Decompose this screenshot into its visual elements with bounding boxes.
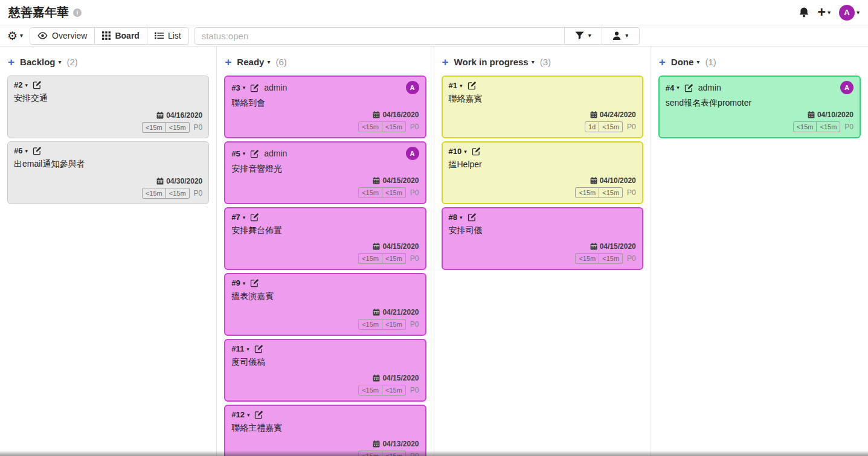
settings-menu-button[interactable]: ⚙ ▾: [6, 30, 24, 42]
create-menu-button[interactable]: + ▾: [818, 5, 831, 19]
edit-icon: [250, 278, 259, 287]
estimate-badge: <15m: [793, 121, 817, 132]
card-due-date: 04/21/2020: [231, 308, 419, 316]
card-due-date: 04/15/2020: [231, 374, 419, 382]
task-card[interactable]: #3 ▾ admin A 聯絡到會 04/16/2020 <15m<15m P0: [224, 75, 426, 138]
user-menu-button[interactable]: A ▾: [839, 5, 860, 21]
task-card[interactable]: #2 ▾ 安排交通 04/16/2020 <15m<15m P0: [7, 75, 209, 138]
card-edit-button[interactable]: [254, 344, 263, 353]
card-date: 04/16/2020: [382, 111, 419, 119]
card-id-dropdown[interactable]: #8 ▾: [449, 213, 463, 222]
card-id-dropdown[interactable]: #9 ▾: [231, 278, 245, 287]
card-date: 04/15/2020: [382, 176, 419, 185]
column-title-dropdown[interactable]: Done ▾: [671, 57, 700, 67]
card-id: #7: [231, 213, 240, 222]
caret-down-icon: ▾: [243, 214, 246, 220]
card-edit-button[interactable]: [250, 149, 259, 158]
view-overview-button[interactable]: Overview: [30, 27, 95, 45]
caret-down-icon: ▾: [20, 33, 23, 39]
notifications-button[interactable]: [799, 7, 809, 18]
card-edit-button[interactable]: [468, 81, 477, 90]
add-card-button plus-icon[interactable]: +: [442, 56, 449, 68]
card-estimates: 1d<15m: [585, 121, 623, 132]
card-footer: <15m<15m P0: [231, 121, 419, 132]
card-estimates: <15m<15m: [358, 187, 406, 198]
edit-icon: [250, 149, 259, 158]
card-id: #5: [231, 149, 240, 158]
estimate-badge: <15m: [382, 451, 406, 456]
info-icon[interactable]: i: [73, 8, 82, 17]
estimate-badge: <15m: [599, 187, 623, 198]
card-date: 04/21/2020: [382, 308, 419, 316]
column-header: + Done ▾ (1): [651, 47, 868, 75]
view-list-button[interactable]: List: [147, 27, 189, 45]
card-edit-button[interactable]: [468, 213, 477, 222]
calendar-icon: [808, 111, 815, 118]
task-card[interactable]: #8 ▾ 安排司儀 04/15/2020 <15m<15m P0: [442, 207, 643, 270]
card-edit-button[interactable]: [472, 147, 481, 156]
card-id-dropdown[interactable]: #12 ▾: [231, 410, 249, 419]
card-id-dropdown[interactable]: #6 ▾: [14, 146, 28, 155]
card-id-dropdown[interactable]: #4 ▾: [666, 83, 680, 92]
task-card[interactable]: #7 ▾ 安排舞台佈置 04/15/2020 <15m<15m P0: [224, 207, 426, 270]
card-header-row: #7 ▾: [231, 213, 419, 222]
card-id-dropdown[interactable]: #7 ▾: [231, 213, 245, 222]
task-card[interactable]: #9 ▾ 搵表演嘉賓 04/21/2020 <15m<15m P0: [224, 273, 426, 336]
card-title: 聯絡主禮嘉賓: [231, 422, 419, 434]
column-title-dropdown[interactable]: Backlog ▾: [20, 57, 61, 67]
card-priority: P0: [410, 320, 419, 329]
column-title-dropdown[interactable]: Work in progress ▾: [454, 57, 535, 67]
caret-down-icon: ▾: [625, 33, 628, 39]
card-priority: P0: [410, 452, 419, 456]
card-edit-button[interactable]: [684, 83, 693, 92]
calendar-icon: [373, 177, 380, 184]
card-priority: P0: [410, 386, 419, 394]
card-edit-button[interactable]: [250, 278, 259, 287]
card-id-dropdown[interactable]: #10 ▾: [449, 147, 467, 156]
card-assignee: admin: [264, 83, 287, 92]
card-due-date: 04/13/2020: [231, 440, 419, 448]
estimate-badge: 1d: [585, 121, 599, 132]
task-card[interactable]: #1 ▾ 聯絡嘉賓 04/24/2020 1d<15m P0: [442, 75, 643, 138]
task-card[interactable]: #12 ▾ 聯絡主禮嘉賓 04/13/2020 <15m<15m P0: [224, 405, 426, 456]
task-card[interactable]: #11 ▾ 度司儀稿 04/15/2020 <15m<15m P0: [224, 339, 426, 402]
card-id-dropdown[interactable]: #1 ▾: [449, 81, 463, 90]
edit-icon: [254, 410, 263, 419]
card-header-row: #1 ▾: [449, 81, 636, 90]
task-card[interactable]: #6 ▾ 出email通知參與者 04/30/2020 <15m<15m P0: [7, 141, 209, 204]
assignee-filter-button[interactable]: ▾: [602, 27, 640, 45]
card-edit-button[interactable]: [33, 146, 42, 155]
add-card-button plus-icon[interactable]: +: [8, 56, 14, 68]
filter-button[interactable]: ▾: [564, 27, 602, 45]
card-id: #3: [231, 83, 240, 92]
task-card[interactable]: #5 ▾ admin A 安排音響燈光 04/15/2020 <15m<15m …: [224, 141, 426, 204]
view-board-button[interactable]: Board: [94, 27, 147, 45]
card-edit-button[interactable]: [33, 80, 42, 89]
add-card-button plus-icon[interactable]: +: [225, 56, 231, 68]
card-id-dropdown[interactable]: #11 ▾: [231, 344, 249, 353]
card-edit-button[interactable]: [254, 410, 263, 419]
calendar-icon: [373, 111, 380, 118]
card-edit-button[interactable]: [250, 83, 259, 92]
add-card-button plus-icon[interactable]: +: [659, 56, 666, 68]
task-card[interactable]: #4 ▾ admin A send報名表俾promoter 04/10/2020…: [658, 75, 861, 138]
card-date: 04/15/2020: [382, 242, 419, 251]
search-input[interactable]: [194, 27, 565, 45]
card-id-dropdown[interactable]: #5 ▾: [231, 149, 245, 158]
card-title: send報名表俾promoter: [666, 97, 854, 109]
estimate-badge: <15m: [358, 385, 382, 396]
column-title-dropdown[interactable]: Ready ▾: [237, 57, 270, 67]
calendar-icon: [373, 374, 380, 382]
card-id-dropdown[interactable]: #2 ▾: [14, 80, 28, 89]
card-edit-button[interactable]: [250, 213, 259, 222]
card-id-dropdown[interactable]: #3 ▾: [231, 83, 245, 92]
card-id: #4: [666, 83, 674, 92]
view-label: List: [168, 31, 181, 40]
card-header-row: #5 ▾ admin A: [231, 147, 419, 160]
card-header-row: #12 ▾: [231, 410, 419, 419]
task-card[interactable]: #10 ▾ 搵Helper 04/10/2020 <15m<15m P0: [442, 141, 643, 204]
card-avatar: A: [406, 147, 419, 160]
card-priority: P0: [410, 254, 419, 263]
card-due-date: 04/30/2020: [14, 177, 202, 185]
plus-icon: +: [818, 5, 826, 19]
